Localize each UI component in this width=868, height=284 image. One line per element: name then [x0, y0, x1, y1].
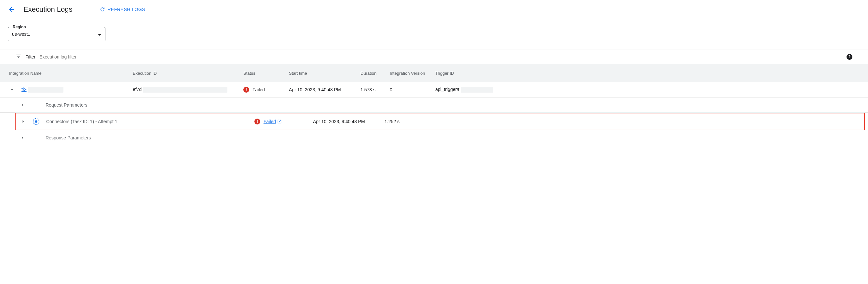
connector-status-value: Failed [264, 119, 276, 124]
connector-icon [33, 118, 40, 125]
filter-icon [16, 53, 22, 61]
region-select[interactable]: Region us-west1 [8, 27, 105, 41]
page-header: Execution Logs REFRESH LOGS [0, 0, 868, 19]
chevron-right-icon[interactable] [20, 102, 25, 108]
col-trigger-id: Trigger ID [435, 71, 500, 76]
region-field-label: Region [11, 25, 27, 29]
table-row: tk- ef7d ! Failed Apr 10, 2023, 9:40:48 … [0, 82, 868, 98]
status-value: Failed [252, 87, 265, 92]
filter-label: Filter [25, 54, 35, 60]
caret-down-icon [98, 31, 101, 37]
execution-id-value: ef7d [133, 87, 142, 92]
redacted-text [28, 87, 63, 93]
col-start-time: Start time [289, 71, 361, 76]
error-icon: ! [243, 87, 249, 93]
table-header-row: Integration Name Execution ID Status Sta… [0, 64, 868, 82]
start-time-value: Apr 10, 2023, 9:40:48 PM [289, 87, 361, 92]
integration-name-cell: tk- [9, 87, 133, 93]
refresh-logs-button[interactable]: REFRESH LOGS [99, 6, 145, 12]
refresh-label: REFRESH LOGS [107, 7, 145, 12]
response-parameters-row: Response Parameters [0, 130, 868, 145]
trigger-id-value: api_trigger/t [435, 87, 459, 92]
connector-label: Connectors (Task ID: 1) - Attempt 1 [46, 119, 118, 124]
integration-name-link[interactable]: tk- [22, 87, 27, 92]
connector-task-row: Connectors (Task ID: 1) - Attempt 1 ! Fa… [15, 113, 865, 130]
col-duration: Duration [361, 71, 390, 76]
filter-input[interactable] [39, 54, 843, 60]
trigger-id-cell: api_trigger/t [435, 87, 500, 93]
duration-value: 1.573 s [361, 87, 390, 92]
col-status: Status [243, 71, 289, 76]
refresh-icon [99, 6, 105, 12]
col-execution-id: Execution ID [133, 71, 243, 76]
col-integration-name: Integration Name [9, 71, 133, 76]
redacted-text [143, 87, 227, 93]
external-link-icon [277, 119, 282, 124]
request-parameters-row: Request Parameters [0, 98, 868, 113]
failed-link[interactable]: Failed [264, 119, 282, 124]
error-icon: ! [254, 118, 260, 125]
redacted-text [461, 87, 493, 93]
integration-version-value: 0 [390, 87, 435, 92]
page-title: Execution Logs [24, 5, 72, 14]
chevron-right-icon[interactable] [20, 135, 25, 141]
expand-down-icon[interactable] [9, 87, 15, 93]
request-parameters-label: Request Parameters [45, 102, 87, 108]
connector-status-cell: ! Failed [254, 118, 313, 125]
filter-bar: Filter ? [0, 49, 868, 64]
region-value: us-west1 [12, 32, 30, 37]
region-section: Region us-west1 [0, 19, 868, 49]
col-integration-version: Integration Version [390, 71, 435, 76]
chevron-right-icon[interactable] [20, 118, 26, 125]
connector-duration: 1.252 s [384, 119, 414, 124]
help-icon[interactable]: ? [846, 54, 852, 60]
execution-id-cell: ef7d [133, 87, 243, 93]
connector-start-time: Apr 10, 2023, 9:40:48 PM [313, 119, 384, 124]
response-parameters-label: Response Parameters [45, 135, 91, 140]
back-arrow-icon[interactable] [8, 5, 16, 13]
svg-point-1 [35, 120, 37, 123]
status-cell: ! Failed [243, 87, 289, 93]
